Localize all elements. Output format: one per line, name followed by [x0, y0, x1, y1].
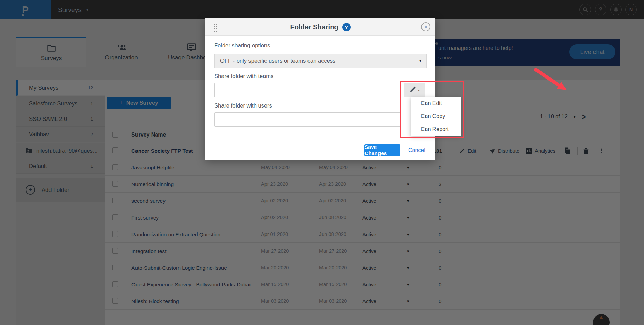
modal-title: Folder Sharing: [290, 23, 338, 31]
modal-close-button[interactable]: [421, 22, 430, 31]
save-changes-button[interactable]: Save Changes: [364, 144, 400, 156]
share-users-label: Share folder with users: [214, 102, 272, 109]
app-screen: P Surveys ▾ ? N Surveys Organi: [0, 0, 644, 325]
modal-header: Folder Sharing: [205, 18, 435, 36]
annotation-highlight-rectangle: [400, 81, 464, 138]
share-teams-label: Share folder with teams: [214, 73, 273, 80]
save-changes-label: Save Changes: [364, 144, 400, 156]
select-caret-icon: [419, 54, 421, 68]
modal-footer-divider: [205, 138, 435, 138]
share-teams-input[interactable]: [214, 83, 400, 97]
annotation-arrow: [531, 66, 569, 95]
sharing-options-select[interactable]: OFF - only specific users or teams can a…: [214, 54, 427, 68]
share-users-input[interactable]: [214, 112, 400, 127]
modal-help-icon[interactable]: [342, 23, 351, 31]
sharing-options-label: Folder sharing options: [214, 42, 270, 49]
cancel-button[interactable]: Cancel: [408, 144, 425, 156]
sharing-options-value: OFF - only specific users or teams can a…: [220, 54, 335, 68]
